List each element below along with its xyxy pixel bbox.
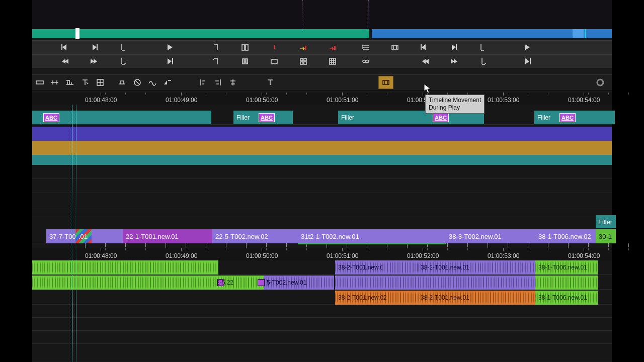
align-left-button[interactable] (195, 76, 210, 89)
remove-effect-button[interactable] (130, 76, 145, 89)
lift-button[interactable] (115, 76, 130, 89)
audio-clip[interactable]: 38-1-T006.new.01 (535, 260, 598, 275)
abc-badge[interactable]: ABC (43, 113, 59, 122)
audio-clip[interactable]: 38-2-T001.new.01 (418, 291, 535, 305)
title-tool-button[interactable] (263, 76, 278, 89)
smart-tool-button[interactable] (93, 76, 108, 89)
video-track-v1-band[interactable] (32, 155, 612, 165)
timeline-movement-button[interactable] (378, 76, 393, 89)
grid-4-button[interactable] (297, 56, 310, 67)
video-clip[interactable]: 30-1 (596, 229, 616, 243)
audio-clip[interactable]: 2-5.22 (213, 276, 264, 290)
step-back-button[interactable] (58, 42, 71, 53)
mark-out-2-button[interactable] (476, 42, 489, 53)
motion-effect-button[interactable] (145, 76, 160, 89)
prev-frame-button[interactable] (58, 56, 71, 67)
ruler-tick: 01:00:50:00 (246, 248, 278, 260)
clip-label: 22-5-T002.new.02 (215, 233, 268, 240)
audio-clip[interactable]: 38-2-T001.new.02 (335, 291, 418, 305)
empty-track[interactable] (32, 165, 612, 179)
record-circle-button[interactable] (593, 76, 608, 89)
abc-badge[interactable]: ABC (559, 113, 576, 122)
effect-mode-button[interactable] (62, 76, 77, 89)
overview-range-left[interactable] (32, 29, 369, 38)
video-clip[interactable] (92, 229, 123, 243)
mark-out-button[interactable] (117, 42, 130, 53)
frame-view-button[interactable] (388, 42, 401, 53)
step-forward-button[interactable] (88, 42, 101, 53)
center-split-button[interactable] (238, 56, 252, 67)
play-to-end-button[interactable] (521, 56, 534, 67)
grid-9-button[interactable] (326, 56, 339, 67)
audio-clip[interactable] (32, 276, 213, 290)
go-to-out-2-button[interactable] (477, 56, 490, 67)
abc-badge[interactable]: ABC (259, 113, 275, 122)
audio-clip[interactable] (32, 260, 218, 275)
caption-track[interactable]: ABCFillerABCFillerABCFillerABC (32, 111, 612, 125)
play-button[interactable] (163, 42, 176, 53)
time-ruler-bottom[interactable]: 01:00:48:0001:00:49:0001:00:50:0001:00:5… (32, 248, 612, 260)
empty-track[interactable] (32, 193, 612, 207)
video-clip[interactable]: 22-1-T001.new.01 (123, 229, 212, 243)
audio-clip[interactable]: 38-2-T001.new.01 (418, 260, 480, 275)
segment-mode-button[interactable] (32, 76, 47, 89)
align-right-button[interactable] (210, 76, 225, 89)
play-in-out-button[interactable] (163, 56, 176, 67)
list-view-button[interactable] (359, 42, 372, 53)
svg-rect-14 (300, 62, 303, 64)
video-clip[interactable]: 37-7-T00 (46, 229, 75, 243)
sync-marker[interactable] (258, 279, 265, 286)
audio-clip[interactable] (480, 260, 535, 275)
transition-button[interactable] (160, 76, 175, 89)
playhead[interactable] (72, 105, 72, 362)
link-button[interactable] (359, 56, 372, 67)
overview-strip[interactable] (32, 29, 612, 38)
split-button[interactable] (238, 42, 252, 53)
text-tool-button[interactable] (77, 76, 93, 89)
filler-clip[interactable]: Filler (596, 215, 616, 228)
video-clip[interactable]: 22-5-T002.new.02 (212, 229, 298, 243)
record-marker-icon[interactable] (268, 42, 281, 53)
video-clip[interactable]: 31t2-1-T002.new.01 (298, 229, 446, 243)
empty-track[interactable] (32, 318, 612, 331)
audio-track-a1[interactable]: 38-2-T001.new.0238-2-T001.new.0138-1-T00… (32, 260, 612, 275)
ruler-label: 01:00:51:00 (327, 97, 358, 104)
step-back-2-button[interactable] (418, 42, 431, 53)
align-center-button[interactable] (225, 76, 240, 89)
prev-frame-2-button[interactable] (419, 56, 432, 67)
empty-track[interactable] (32, 331, 612, 344)
filmstrip-button[interactable] (268, 56, 281, 67)
trim-mode-button[interactable] (47, 76, 62, 89)
tracks-area[interactable]: ABCFillerABCFillerABCFillerABC Filler 37… (32, 105, 612, 361)
video-track-v2[interactable] (32, 141, 612, 155)
video-clip[interactable]: 38-3-T002.new.01 (446, 229, 535, 243)
insert-button[interactable] (297, 42, 310, 53)
empty-track[interactable] (32, 207, 612, 215)
video-clip[interactable]: 38-1-T006.new.02 (535, 229, 596, 243)
overview-range-right[interactable] (372, 29, 612, 38)
next-frame-button[interactable] (88, 56, 101, 67)
overview-playhead-handle[interactable] (75, 28, 79, 39)
empty-track[interactable] (32, 305, 612, 318)
audio-track-a2[interactable]: 2-5.225-T002.new.01 (32, 276, 612, 290)
step-forward-2-button[interactable] (447, 42, 460, 53)
audio-track-a3[interactable]: 38-2-T001.new.0238-2-T001.new.0138-1-T00… (32, 291, 612, 305)
empty-track[interactable] (32, 179, 612, 193)
audio-clip[interactable]: 38-2-T001.new.02 (335, 260, 382, 275)
audio-clip[interactable]: 5-T002.new.01 (264, 276, 334, 290)
audio-clip[interactable] (535, 276, 598, 290)
video-track-v1[interactable]: 37-7-T00.0122-1-T001.new.0122-5-T002.new… (32, 229, 612, 243)
mark-in-button[interactable] (209, 42, 222, 53)
audio-clip[interactable] (335, 276, 535, 290)
next-frame-2-button[interactable] (448, 56, 461, 67)
go-to-out-button[interactable] (117, 56, 130, 67)
abc-badge[interactable]: ABC (433, 113, 449, 122)
play-2-button[interactable] (520, 42, 533, 53)
video-track-v3[interactable] (32, 127, 612, 141)
time-ruler-top[interactable]: 01:00:48:0001:00:49:0001:00:50:0001:00:5… (32, 93, 612, 105)
overwrite-button[interactable] (326, 42, 339, 53)
audio-clip[interactable] (382, 260, 418, 275)
go-to-in-button[interactable] (209, 56, 222, 67)
video-clip[interactable]: .01 (75, 229, 92, 243)
audio-clip[interactable]: 38-1-T006.new.01 (535, 291, 598, 305)
